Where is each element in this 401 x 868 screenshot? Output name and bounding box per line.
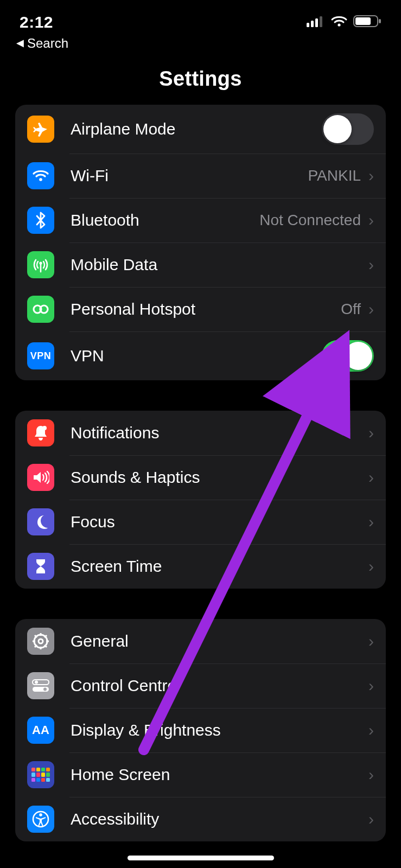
chevron-right-icon: › xyxy=(368,632,374,650)
status-icons xyxy=(307,15,381,30)
chevron-right-icon: › xyxy=(368,810,374,828)
toggles-icon xyxy=(27,672,54,699)
app-grid-icon xyxy=(27,761,54,788)
row-wifi[interactable]: Wi-Fi PANKIL › xyxy=(15,154,386,198)
row-label: Accessibility xyxy=(71,810,368,828)
gear-icon xyxy=(27,628,54,655)
home-indicator[interactable] xyxy=(128,856,274,860)
bluetooth-icon xyxy=(27,207,54,234)
bluetooth-value: Not Connected xyxy=(259,212,361,229)
bell-icon xyxy=(27,419,54,446)
battery-icon xyxy=(353,15,381,30)
vpn-icon: VPN xyxy=(27,342,54,369)
settings-group-system: General › Control Centre › AA Display & … xyxy=(15,619,386,841)
svg-point-13 xyxy=(42,426,47,430)
row-general[interactable]: General › xyxy=(15,619,386,663)
row-mobile-data[interactable]: Mobile Data › xyxy=(15,242,386,287)
svg-rect-0 xyxy=(307,23,309,27)
chevron-right-icon: › xyxy=(368,424,374,442)
hotspot-icon xyxy=(27,296,54,323)
svg-point-10 xyxy=(39,261,42,264)
back-search[interactable]: ◀ Search xyxy=(0,33,401,51)
title-area: Settings xyxy=(0,51,401,105)
chevron-right-icon: › xyxy=(368,468,374,487)
status-bar: 2:12 xyxy=(0,0,401,33)
row-notifications[interactable]: Notifications › xyxy=(15,411,386,455)
row-label: Bluetooth xyxy=(71,211,259,229)
back-label: Search xyxy=(27,36,68,51)
chevron-right-icon: › xyxy=(368,256,374,274)
text-size-icon: AA xyxy=(27,717,54,744)
wifi-value: PANKIL xyxy=(308,167,361,184)
airplane-toggle[interactable] xyxy=(322,113,374,145)
speaker-icon xyxy=(27,464,54,491)
chevron-right-icon: › xyxy=(368,765,374,784)
row-label: VPN xyxy=(71,347,322,365)
chevron-right-icon: › xyxy=(368,721,374,739)
moon-icon xyxy=(27,508,54,535)
settings-group-connectivity: Airplane Mode Wi-Fi PANKIL › Bluetooth N… xyxy=(15,105,386,380)
row-label: Airplane Mode xyxy=(71,120,322,138)
row-label: Notifications xyxy=(71,424,368,442)
chevron-right-icon: › xyxy=(368,676,374,695)
airplane-icon xyxy=(27,116,54,143)
wifi-settings-icon xyxy=(27,162,54,189)
cellular-icon xyxy=(307,15,325,29)
chevron-right-icon: › xyxy=(368,557,374,576)
row-label: Wi-Fi xyxy=(71,167,308,185)
row-label: Display & Brightness xyxy=(71,721,368,739)
row-label: Personal Hotspot xyxy=(71,300,341,318)
row-label: Home Screen xyxy=(71,765,368,784)
svg-rect-6 xyxy=(379,19,381,23)
wifi-icon xyxy=(330,15,348,30)
status-time: 2:12 xyxy=(20,13,53,31)
svg-rect-2 xyxy=(315,18,318,27)
svg-rect-7 xyxy=(355,17,371,25)
row-label: Control Centre xyxy=(71,676,368,695)
antenna-icon xyxy=(27,251,54,278)
row-accessibility[interactable]: Accessibility › xyxy=(15,797,386,841)
svg-point-4 xyxy=(338,23,340,26)
row-bluetooth[interactable]: Bluetooth Not Connected › xyxy=(15,198,386,242)
row-label: Mobile Data xyxy=(71,256,368,274)
row-screen-time[interactable]: Screen Time › xyxy=(15,544,386,589)
svg-rect-1 xyxy=(311,21,314,27)
accessibility-icon xyxy=(27,806,54,833)
svg-point-15 xyxy=(39,639,43,643)
row-sounds-haptics[interactable]: Sounds & Haptics › xyxy=(15,455,386,500)
chevron-right-icon: › xyxy=(368,513,374,531)
row-vpn[interactable]: VPN VPN xyxy=(15,331,386,380)
row-focus[interactable]: Focus › xyxy=(15,500,386,544)
svg-point-27 xyxy=(43,688,47,691)
row-control-centre[interactable]: Control Centre › xyxy=(15,663,386,708)
row-label: Focus xyxy=(71,513,368,531)
row-display-brightness[interactable]: AA Display & Brightness › xyxy=(15,708,386,752)
svg-point-8 xyxy=(39,178,42,181)
chevron-right-icon: › xyxy=(368,211,374,229)
hourglass-icon xyxy=(27,553,54,580)
row-label: Screen Time xyxy=(71,557,368,576)
row-label: Sounds & Haptics xyxy=(71,468,368,487)
chevron-right-icon: › xyxy=(368,300,374,318)
svg-point-29 xyxy=(39,813,42,816)
settings-group-alerts: Notifications › Sounds & Haptics › Focus… xyxy=(15,411,386,589)
back-chevron-icon: ◀ xyxy=(16,37,24,49)
vpn-toggle[interactable] xyxy=(322,340,374,372)
hotspot-value: Off xyxy=(341,301,361,318)
svg-point-25 xyxy=(35,681,38,684)
chevron-right-icon: › xyxy=(368,167,374,185)
svg-rect-3 xyxy=(320,16,322,27)
row-personal-hotspot[interactable]: Personal Hotspot Off › xyxy=(15,287,386,331)
row-label: General xyxy=(71,632,368,650)
page-title: Settings xyxy=(0,67,401,91)
row-home-screen[interactable]: Home Screen › xyxy=(15,752,386,797)
row-airplane-mode[interactable]: Airplane Mode xyxy=(15,105,386,154)
